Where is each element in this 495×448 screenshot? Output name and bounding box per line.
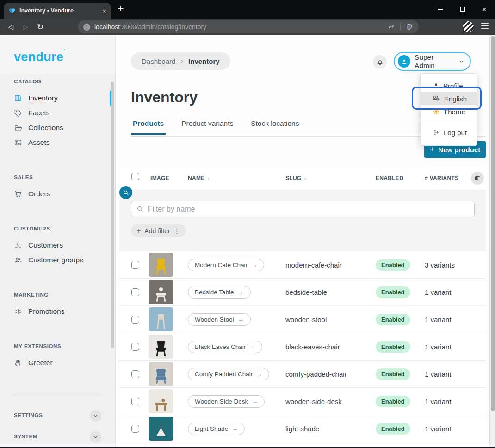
sidebar-item-assets[interactable]: Assets [0,135,115,150]
row-checkbox[interactable] [131,425,139,433]
row-checkbox[interactable] [131,316,139,324]
sidebar-item-label: Promotions [28,307,64,316]
bell-icon [376,58,384,66]
address-bar[interactable]: ! localhost:3000/admin/catalog/inventory [78,20,419,33]
sidebar-item-orders[interactable]: Orders [0,187,115,201]
variant-count: 1 variant [425,288,452,296]
menu-item-logout[interactable]: Log out [421,126,477,139]
window-minimize-button[interactable] [430,0,452,19]
forward-button[interactable]: ▷ [19,19,32,35]
status-badge: Enabled [376,396,410,407]
sidebar-item-label: Inventory [28,94,58,102]
scrollbar-thumb[interactable] [491,36,495,411]
product-image [149,253,173,277]
row-checkbox[interactable] [131,398,139,405]
reload-button[interactable]: ↻ [33,19,47,35]
product-image [149,362,173,386]
main-content: Dashboard › Inventory Super Admin Profil… [116,35,489,447]
window-maximize-button[interactable] [452,0,473,19]
menu-item-profile[interactable]: Profile [421,79,477,92]
tab-stock-locations[interactable]: Stock locations [249,119,301,135]
search-toggle-button[interactable] [119,186,132,199]
filter-by-name-input[interactable] [131,201,475,217]
product-slug: bedside-table [285,288,327,296]
person-icon [433,82,439,89]
sidebar-item-facets[interactable]: Facets [0,106,115,120]
sidebar-item-label: Assets [28,138,50,147]
table-row: Bedside Table→ bedside-table Enabled 1 v… [119,279,486,306]
column-header-name[interactable]: NAME↓↑ [188,175,211,181]
row-checkbox[interactable] [131,288,139,296]
sidebar-item-promotions[interactable]: Promotions [0,304,115,319]
sun-icon [433,108,440,115]
new-tab-button[interactable]: + [118,2,124,15]
maximize-icon [460,7,465,12]
product-name-link[interactable]: Light Shade→ [188,423,245,435]
back-button[interactable]: ◁ [4,19,18,35]
row-checkbox[interactable] [131,261,139,269]
table-row: Black Eaves Chair→ black-eaves-chair Ena… [119,333,486,361]
nav-divider [13,395,102,395]
page-title: Inventory [131,89,198,106]
product-name-link[interactable]: Wooden Stool→ [188,313,251,326]
menu-item-theme[interactable]: Theme [421,105,477,118]
system-expand-button[interactable] [90,431,101,443]
plus-icon: + [430,145,435,155]
column-header-image: IMAGE [150,175,169,181]
close-icon: × [482,6,487,13]
row-checkbox[interactable] [131,343,139,351]
sidebar-item-customer-groups[interactable]: Customer groups [0,253,115,268]
sidebar-item-inventory[interactable]: Inventory [0,91,115,106]
product-name-link[interactable]: Black Eaves Chair→ [188,341,262,353]
variant-count: 1 variant [425,370,452,378]
arrow-right-icon: → [232,425,238,432]
settings-expand-button[interactable] [90,410,101,422]
share-icon[interactable] [387,23,396,31]
menu-item-language[interactable]: English [421,92,477,105]
sidebar-scrollbar-thumb[interactable] [111,82,114,348]
arrow-right-icon: → [249,343,255,350]
notifications-button[interactable] [373,55,387,69]
product-name-link[interactable]: Bedside Table→ [188,286,251,299]
window-close-button[interactable]: × [473,0,495,19]
section-label: CATALOG [0,79,115,85]
arrow-right-icon: → [251,261,257,268]
brave-shield-icon[interactable] [405,23,413,31]
tab-product-variants[interactable]: Product variants [179,119,235,135]
user-menu-button[interactable]: Super Admin [394,52,471,71]
row-checkbox[interactable] [131,370,139,378]
select-all-checkbox[interactable] [131,173,139,180]
sidebar-item-greeter[interactable]: Greeter [0,355,115,370]
product-slug: light-shade [285,425,319,433]
product-image [149,417,173,441]
product-name-link[interactable]: Wooden Side Desk→ [188,395,265,408]
table-row: Comfy Padded Chair→ comfy-padded-chair E… [119,361,486,388]
sidebar-item-collections[interactable]: Collections [0,120,115,135]
arrow-right-icon: → [238,289,244,296]
status-badge: Enabled [376,259,410,271]
add-filter-button[interactable]: + Add filter ⋮ [131,224,186,237]
browser-tab[interactable]: Inventory • Vendure × [4,3,111,19]
site-info-icon[interactable]: ! [83,24,90,31]
page-tabs: Products Product variants Stock location… [131,119,301,135]
sidebar-item-label: Customer groups [28,256,83,264]
column-header-slug[interactable]: SLUG↓↑ [285,175,308,181]
breadcrumb-dashboard[interactable]: Dashboard [142,57,175,65]
vendure-logo[interactable]: vendureʼ [14,48,66,64]
product-name-link[interactable]: Comfy Padded Chair→ [188,368,269,380]
tab-close-icon[interactable]: × [102,7,106,14]
table-row: Wooden Side Desk→ wooden-side-desk Enabl… [119,388,486,415]
sidebar-section-system[interactable]: SYSTEM [0,429,115,444]
table-header-row: IMAGE NAME↓↑ SLUG↓↑ ENABLED # VARIANTS [119,167,486,190]
kebab-menu-icon[interactable]: ⋮ [174,227,180,235]
breadcrumb-inventory[interactable]: Inventory [188,57,220,65]
browser-profile-avatar[interactable] [463,21,474,32]
sidebar-item-customers[interactable]: Customers [0,238,115,253]
page-scrollbar[interactable] [489,35,495,447]
sidebar-section-settings[interactable]: SETTINGS [0,408,115,423]
tab-products[interactable]: Products [131,119,166,135]
browser-menu-icon[interactable] [481,23,489,29]
column-picker-button[interactable] [471,172,484,185]
product-name-link[interactable]: Modern Cafe Chair→ [188,259,264,271]
tag-icon [14,109,22,117]
